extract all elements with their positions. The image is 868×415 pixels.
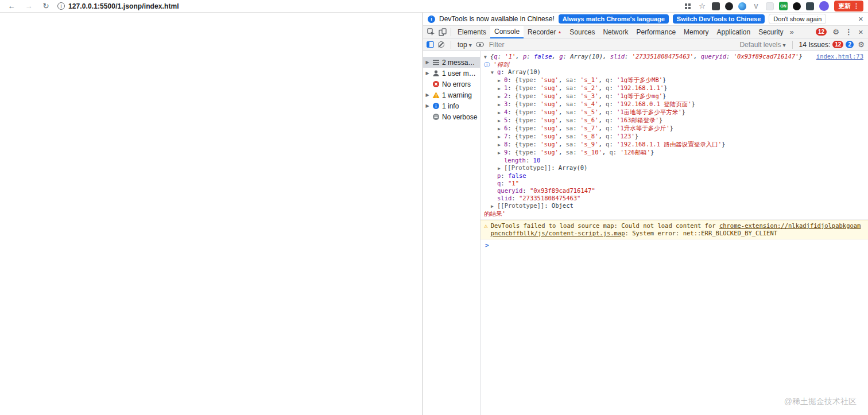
disclosure-triangle-icon[interactable]: ▶ bbox=[425, 92, 430, 98]
console-log-line[interactable]: ▶[[Prototype]]: Object bbox=[480, 202, 868, 210]
disclosure-triangle-icon[interactable]: ▶ bbox=[498, 133, 504, 141]
console-log-line[interactable]: ▶1: {type: 'sug', sa: 's_2', q: '192.168… bbox=[480, 84, 868, 92]
tab-label: Application bbox=[716, 28, 750, 36]
site-info-icon[interactable] bbox=[57, 2, 65, 10]
tab-security[interactable]: Security bbox=[754, 26, 787, 38]
tab-recorder[interactable]: Recorder bbox=[524, 26, 565, 38]
match-language-button[interactable]: Always match Chrome's language bbox=[559, 14, 669, 24]
console-line-content: ▶0: {type: 'sug', sa: 's_1', q: '1g等于多少M… bbox=[498, 76, 863, 84]
console-token: "1" bbox=[508, 180, 519, 187]
disclosure-triangle-icon[interactable]: ▶ bbox=[425, 103, 430, 108]
disclosure-triangle-icon[interactable]: ▼ bbox=[484, 53, 490, 61]
close-devtools-icon[interactable] bbox=[858, 28, 863, 36]
console-token: } bbox=[670, 125, 673, 131]
issues-counter[interactable]: 14 Issues: 12 2 bbox=[799, 41, 854, 49]
close-icon[interactable] bbox=[858, 15, 863, 23]
switch-devtools-button[interactable]: Switch DevTools to Chinese bbox=[673, 14, 765, 24]
extension-icon-2[interactable] bbox=[725, 2, 733, 10]
disclosure-triangle-icon[interactable]: ▶ bbox=[425, 71, 430, 76]
extension-icon-5[interactable] bbox=[766, 2, 774, 10]
sidebar-item-verbose[interactable]: No verbose bbox=[423, 111, 480, 122]
inspect-element-icon[interactable] bbox=[425, 26, 437, 38]
log-levels-selector[interactable]: Default levels bbox=[739, 41, 785, 49]
disclosure-triangle-icon[interactable]: ▼ bbox=[491, 69, 497, 76]
disclosure-triangle-icon[interactable]: ▶ bbox=[491, 203, 497, 210]
user-icon bbox=[432, 69, 440, 77]
disclosure-triangle-icon[interactable]: ▶ bbox=[498, 141, 504, 149]
tab-elements[interactable]: Elements bbox=[454, 26, 490, 38]
tab-application[interactable]: Application bbox=[712, 26, 754, 38]
kebab-menu-icon[interactable] bbox=[845, 28, 852, 36]
sidebar-item-messages[interactable]: ▶ 2 messages bbox=[423, 57, 480, 68]
extension-icon-on[interactable]: ON bbox=[779, 2, 788, 10]
filter-input[interactable] bbox=[488, 40, 736, 49]
live-expression-icon[interactable] bbox=[476, 42, 484, 47]
extension-icon-3[interactable] bbox=[738, 2, 746, 10]
console-log-line[interactable]: ▶7: {type: 'sug', sa: 's_8', q: '123'} bbox=[480, 133, 868, 141]
console-log-line[interactable]: ▶6: {type: 'sug', sa: 's_7', q: '1升水等于多少… bbox=[480, 125, 868, 133]
console-log-line[interactable]: ▶9: {type: 'sug', sa: 's_10', q: '126邮箱'… bbox=[480, 149, 868, 157]
sidebar-item-info[interactable]: ▶ 1 info bbox=[423, 100, 480, 111]
disclosure-triangle-icon[interactable]: ▶ bbox=[498, 149, 504, 157]
console-log-line[interactable]: ▼g: Array(10) bbox=[480, 68, 868, 76]
extension-icon-1[interactable] bbox=[712, 2, 720, 10]
chrome-update-button[interactable]: 更新 bbox=[834, 1, 863, 11]
console-token: : bbox=[573, 108, 580, 115]
console-token: : bbox=[507, 108, 515, 115]
disclosure-triangle-icon[interactable]: ▶ bbox=[498, 77, 504, 84]
clear-console-icon[interactable] bbox=[438, 41, 444, 48]
console-log-line[interactable]: ▶0: {type: 'sug', sa: 's_1', q: '1g等于多少M… bbox=[480, 76, 868, 84]
more-tabs-icon[interactable] bbox=[788, 28, 796, 36]
tab-groups-icon[interactable] bbox=[683, 2, 692, 11]
console-log-line[interactable]: ▶5: {type: 'sug', sa: 's_6', q: '163邮箱登录… bbox=[480, 117, 868, 125]
disclosure-triangle-icon[interactable]: ▶ bbox=[425, 60, 430, 65]
dismiss-notification-button[interactable]: Don't show again bbox=[769, 14, 826, 24]
console-log-line[interactable]: ▶4: {type: 'sug', sa: 's_5', q: '1亩地等于多少… bbox=[480, 108, 868, 117]
execution-context-selector[interactable]: top bbox=[458, 41, 472, 49]
bookmark-star-icon[interactable] bbox=[698, 2, 707, 11]
console-prompt[interactable] bbox=[480, 239, 868, 251]
sidebar-item-user-messages[interactable]: ▶ 1 user mes… bbox=[423, 68, 480, 79]
disclosure-triangle-icon[interactable]: ▶ bbox=[498, 125, 504, 133]
browser-menu-icon[interactable] bbox=[853, 2, 859, 10]
console-token: sa bbox=[566, 133, 574, 139]
console-sidebar-toggle-icon[interactable] bbox=[427, 41, 434, 48]
tab-network[interactable]: Network bbox=[599, 26, 632, 38]
reload-icon[interactable] bbox=[41, 2, 51, 11]
tab-sources[interactable]: Sources bbox=[565, 26, 599, 38]
extension-icon-7[interactable] bbox=[806, 2, 814, 10]
disclosure-triangle-icon[interactable]: ▶ bbox=[498, 101, 504, 108]
disclosure-triangle-icon[interactable]: ▶ bbox=[498, 117, 504, 125]
profile-avatar[interactable] bbox=[819, 1, 829, 11]
console-log-line[interactable]: ▼{q: '1', p: false, g: Array(10), slid: … bbox=[480, 53, 868, 68]
device-toolbar-icon[interactable] bbox=[437, 26, 448, 38]
console-log-line[interactable]: ▶3: {type: 'sug', sa: 's_4', q: '192.168… bbox=[480, 100, 868, 108]
console-token: : bbox=[501, 180, 508, 187]
extension-icon-4[interactable] bbox=[751, 2, 761, 11]
tab-memory[interactable]: Memory bbox=[680, 26, 712, 38]
console-log-line[interactable]: ▶2: {type: 'sug', sa: 's_3', q: '1g等于多少m… bbox=[480, 92, 868, 100]
tab-performance[interactable]: Performance bbox=[632, 26, 680, 38]
disclosure-triangle-icon[interactable]: ▶ bbox=[498, 165, 504, 172]
console-error-count-badge[interactable]: 12 bbox=[816, 28, 827, 36]
disclosure-triangle-icon[interactable]: ▶ bbox=[498, 93, 504, 100]
console-log-line[interactable]: ▶[[Prototype]]: Array(0) bbox=[480, 164, 868, 172]
gear-icon[interactable] bbox=[832, 28, 839, 36]
console-token: : bbox=[526, 53, 534, 60]
console-log-line[interactable]: ▶8: {type: 'sug', sa: 's_9', q: '192.168… bbox=[480, 141, 868, 149]
sidebar-item-errors[interactable]: No errors bbox=[423, 79, 480, 90]
disclosure-triangle-icon[interactable]: ▶ bbox=[498, 109, 504, 117]
disclosure-triangle-icon[interactable]: ▶ bbox=[498, 85, 504, 92]
console-token: : bbox=[573, 100, 580, 107]
console-token: type bbox=[518, 125, 533, 131]
tab-label: Memory bbox=[684, 28, 708, 36]
forward-icon[interactable] bbox=[24, 2, 33, 11]
extension-icon-6[interactable] bbox=[793, 2, 801, 10]
back-icon[interactable] bbox=[7, 2, 16, 11]
tab-console[interactable]: Console bbox=[490, 26, 524, 38]
sidebar-item-warnings[interactable]: ▶ 1 warning bbox=[423, 90, 480, 100]
console-token: 'sug' bbox=[540, 141, 559, 148]
address-bar-url[interactable]: 127.0.0.1:5500/1.jsonp/index.html bbox=[68, 2, 179, 10]
console-settings-icon[interactable] bbox=[858, 40, 865, 49]
source-location-link[interactable]: index.html:73 bbox=[816, 53, 863, 60]
